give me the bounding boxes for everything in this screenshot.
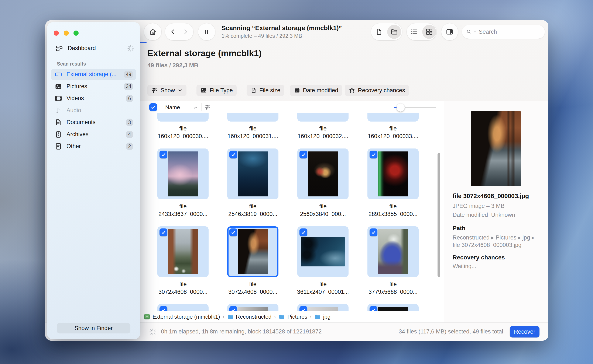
file-cell[interactable]: [227, 113, 278, 122]
files-mode-button[interactable]: [372, 25, 386, 39]
sidebar-item-label: Videos: [67, 95, 84, 102]
sort-ascending-icon[interactable]: [193, 105, 198, 110]
breadcrumb-label: jpg: [323, 313, 330, 320]
zoom-window-button[interactable]: [74, 31, 79, 36]
show-filter-button[interactable]: Show: [147, 85, 187, 96]
breadcrumb-item[interactable]: Pictures: [278, 313, 307, 320]
search-input[interactable]: [478, 28, 540, 35]
count-badge: 3: [126, 119, 133, 126]
file-cell[interactable]: [367, 113, 419, 122]
file-checkbox[interactable]: [229, 228, 237, 236]
file-checkbox[interactable]: [299, 228, 307, 236]
recover-button[interactable]: Recover: [510, 326, 539, 338]
file-cell[interactable]: [297, 304, 349, 311]
file-cell[interactable]: [227, 149, 278, 199]
details-panel-toggle[interactable]: [441, 23, 458, 40]
file-view-icon: [375, 28, 383, 36]
file-size-filter-label: File size: [259, 87, 280, 94]
breadcrumb-separator: ›: [274, 313, 276, 320]
file-checkbox[interactable]: [370, 306, 377, 311]
home-button[interactable]: [144, 23, 162, 40]
file-cell[interactable]: [297, 226, 349, 277]
file-cell[interactable]: [367, 149, 419, 199]
pause-button[interactable]: [198, 23, 215, 40]
sidebar-item-audio[interactable]: Audio: [51, 105, 136, 116]
file-size-filter-button[interactable]: File size: [247, 85, 284, 96]
recovery-chances-value: Waiting...: [453, 263, 476, 270]
file-thumbnail: [168, 151, 198, 196]
thumbnail-size-slider[interactable]: [394, 107, 436, 108]
file-thumbnail: [308, 151, 338, 196]
sidebar-item-other[interactable]: Other2: [51, 141, 136, 152]
list-view-icon: [410, 28, 418, 36]
detail-date-modified: Date modified Unknown: [453, 212, 515, 218]
file-cell[interactable]: [157, 226, 209, 277]
file-cell-selected[interactable]: [227, 226, 278, 277]
breadcrumb-item[interactable]: Reconstructed: [227, 313, 272, 320]
sidebar-item-pictures[interactable]: Pictures34: [51, 81, 136, 92]
file-checkbox[interactable]: [160, 151, 167, 158]
file-cell[interactable]: [227, 304, 278, 311]
file-cell[interactable]: [297, 149, 349, 199]
file-cell[interactable]: [157, 149, 209, 199]
breadcrumb-item[interactable]: jpg: [314, 313, 330, 320]
sort-options-icon[interactable]: [204, 104, 211, 111]
sidebar-item-archives[interactable]: Archives4: [51, 129, 136, 140]
minimize-window-button[interactable]: [64, 31, 69, 36]
file-checkbox[interactable]: [370, 151, 377, 158]
spinner-icon: [149, 328, 157, 336]
recovery-chances-filter-button[interactable]: Recovery chances: [345, 85, 409, 96]
file-checkbox[interactable]: [160, 228, 167, 236]
breadcrumb-label: Pictures: [287, 313, 307, 320]
nav-buttons: [165, 23, 193, 40]
file-checkbox[interactable]: [229, 151, 237, 158]
grid-scrollbar[interactable]: [438, 153, 440, 277]
file-cell[interactable]: [367, 304, 419, 311]
sidebar-item-dashboard[interactable]: Dashboard: [51, 43, 136, 54]
scan-results-heading: Scan results: [57, 61, 86, 67]
file-checkbox[interactable]: [229, 306, 237, 311]
date-modified-filter-button[interactable]: Date modified: [290, 85, 342, 96]
file-checkbox[interactable]: [299, 306, 307, 311]
breadcrumb-label: Reconstructed: [236, 313, 272, 320]
file-cell[interactable]: [157, 113, 209, 122]
file-name-label: file2891x3855_0000...: [363, 202, 423, 218]
forward-button[interactable]: [179, 25, 192, 39]
window-title: Scanning “External storage (mmcblk1)”: [222, 24, 342, 32]
list-view-button[interactable]: [407, 25, 421, 39]
search-field[interactable]: [462, 25, 545, 39]
other-icon: [54, 143, 62, 150]
sidebar-item-documents[interactable]: Documents3: [51, 117, 136, 128]
file-name-label: file2433x3637_0000...: [153, 202, 213, 218]
file-cell[interactable]: [157, 304, 209, 311]
file-cell[interactable]: [367, 226, 419, 277]
folders-mode-button[interactable]: [387, 25, 401, 39]
sidebar-item-videos[interactable]: Videos6: [51, 93, 136, 104]
documents-icon: [54, 119, 62, 126]
show-filter-label: Show: [161, 87, 175, 94]
file-thumbnail: [238, 307, 268, 311]
back-button[interactable]: [167, 25, 179, 39]
file-checkbox[interactable]: [299, 151, 307, 158]
pictures-icon: [54, 83, 62, 90]
file-type-filter-button[interactable]: File Type: [196, 85, 237, 96]
file-checkbox[interactable]: [160, 306, 167, 311]
scan-progress-text: 1% complete – 49 files / 292,3 MB: [222, 33, 302, 39]
sliders-icon: [151, 87, 158, 94]
select-all-checkbox[interactable]: [149, 103, 157, 111]
divider: [161, 103, 161, 111]
close-window-button[interactable]: [54, 31, 59, 36]
file-cell[interactable]: [297, 113, 349, 122]
check-icon: [151, 104, 156, 110]
show-in-finder-button[interactable]: Show in Finder: [57, 323, 130, 333]
file-grid[interactable]: file160x120_000030....file160x120_000031…: [140, 113, 444, 311]
grid-view-button[interactable]: [422, 25, 436, 39]
page-title: External storage (mmcblk1): [147, 48, 262, 58]
file-checkbox[interactable]: [370, 228, 377, 236]
slider-thumb[interactable]: [397, 104, 404, 111]
sort-by-name[interactable]: Name: [165, 104, 180, 111]
dashboard-icon: [55, 45, 63, 52]
sidebar-item-external-storage[interactable]: External storage (...49: [51, 69, 136, 80]
file-name-label: file160x120_000032....: [293, 125, 353, 140]
breadcrumb-item[interactable]: External storage (mmcblk1): [144, 313, 220, 320]
